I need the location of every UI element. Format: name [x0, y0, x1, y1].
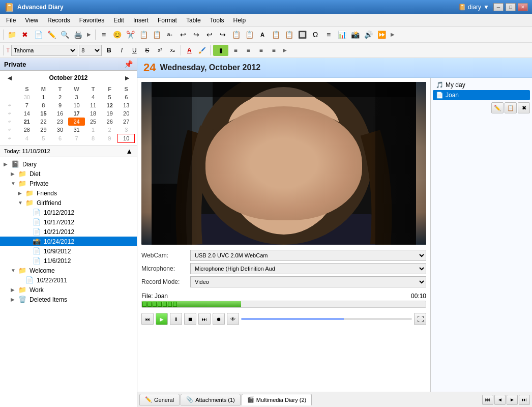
calendar-day[interactable]: 23 [52, 118, 69, 126]
paste-button[interactable]: 📋 [151, 28, 163, 41]
tree-item-diary[interactable]: ▶📓Diary [0, 159, 137, 169]
expand-button[interactable]: ⛶ [414, 313, 426, 325]
tree-toggle-welcome[interactable]: ▼ [11, 268, 17, 273]
delete-record-button[interactable]: ✖ [518, 102, 530, 113]
tree-item-diet[interactable]: ▶📁Diet [0, 169, 137, 179]
italic-button[interactable]: I [116, 45, 127, 56]
calendar-day[interactable]: 9 [52, 101, 69, 109]
font-color-btn[interactable]: A [256, 28, 269, 41]
calendar-day[interactable]: 19 [101, 109, 118, 118]
tree-item-girlfriend[interactable]: ▼📁Girlfriend [0, 198, 137, 208]
indent-button[interactable]: ≡ [268, 45, 279, 56]
calendar-day[interactable]: 27 [118, 118, 135, 126]
calendar-day[interactable]: 1 [35, 93, 52, 101]
omega-btn[interactable]: Ω [309, 28, 321, 41]
calendar-day[interactable]: 4 [85, 93, 102, 101]
edit-record-button[interactable]: ✏️ [491, 102, 504, 113]
emoji-button[interactable]: 😊 [111, 28, 123, 41]
menu-tools[interactable]: Tools [206, 16, 228, 25]
highlight-green-button[interactable]: ▮ [213, 45, 228, 56]
audio-btn[interactable]: 🔊 [362, 28, 374, 41]
calendar-day[interactable]: 21 [19, 118, 36, 126]
align-center-button[interactable]: ≡ [243, 45, 254, 56]
rewind-button[interactable]: ⏮ [141, 313, 154, 325]
calendar-day[interactable]: 4 [19, 134, 36, 143]
copy-record-button[interactable]: 📋 [505, 102, 517, 113]
tree-item-welcome_entry[interactable]: 📄10/22/2011 [0, 275, 137, 285]
redo-button[interactable]: ↪ [190, 28, 202, 41]
calendar-day[interactable]: 30 [19, 93, 36, 101]
menu-insert[interactable]: Insert [129, 16, 153, 25]
search-button[interactable]: 🔍 [58, 28, 71, 41]
calendar-day[interactable]: 29 [35, 126, 52, 134]
calendar-day[interactable]: 3 [68, 93, 85, 101]
sidebar-list-item-1[interactable]: 📄Joan [433, 90, 530, 100]
calendar-day[interactable]: 30 [52, 126, 69, 134]
tree-toggle-friends[interactable]: ▶ [18, 190, 24, 196]
font-color-button[interactable]: A [184, 45, 195, 56]
tab-nav-next[interactable]: ► [507, 395, 518, 405]
calendar-day[interactable]: 18 [85, 109, 102, 118]
menu-view[interactable]: View [21, 16, 42, 25]
calendar-day[interactable]: 7 [68, 134, 85, 143]
tree-toggle-diet[interactable]: ▶ [11, 171, 17, 177]
tree-item-private[interactable]: ▼📁Private [0, 179, 137, 188]
tab-general[interactable]: ✏️ General [139, 394, 180, 405]
tree-item-entry3[interactable]: 📄10/21/2012 [0, 227, 137, 237]
menu-file[interactable]: File [2, 16, 20, 25]
tree-item-work[interactable]: ▶📁Work [0, 285, 137, 295]
microphone-select[interactable]: Microphone (High Definition Aud [190, 263, 426, 274]
calendar-day[interactable]: 2 [101, 126, 118, 134]
tree-toggle-deleted[interactable]: ▶ [11, 297, 17, 302]
calendar-day[interactable]: 5 [35, 134, 52, 143]
calendar-day[interactable]: 8 [85, 134, 102, 143]
menu-favorites[interactable]: Favorites [75, 16, 108, 25]
media-slider[interactable] [241, 318, 412, 320]
calendar-day[interactable]: 1 [85, 126, 102, 134]
toolbar-more-2[interactable]: ▶ [389, 31, 397, 38]
tree-item-friends[interactable]: ▶📁Friends [0, 188, 137, 198]
calendar-day[interactable]: 6 [52, 134, 69, 143]
close-button[interactable]: ✕ [518, 3, 528, 11]
calendar-day[interactable]: 2 [52, 93, 69, 101]
cut-button[interactable]: ✂️ [124, 28, 136, 41]
undo2[interactable]: ↩ [203, 28, 216, 41]
paste2-btn[interactable]: 📋 [243, 28, 255, 41]
align-right-button[interactable]: ≡ [255, 45, 267, 56]
redo2[interactable]: ↪ [217, 28, 229, 41]
tab-nav-first[interactable]: ⏮ [482, 395, 493, 405]
calendar-day[interactable]: 26 [101, 118, 118, 126]
tree-item-deleted[interactable]: ▶🗑️Deleted Items [0, 295, 137, 304]
menu-help[interactable]: Help [229, 16, 250, 25]
clipboard-btn[interactable]: 📋 [230, 28, 242, 41]
calendar-day[interactable]: 6 [118, 93, 135, 101]
underline-button[interactable]: U [129, 45, 140, 56]
calendar-day[interactable]: 8 [35, 101, 52, 109]
calendar-day[interactable]: 13 [118, 101, 135, 109]
image-btn[interactable]: 📋 [270, 28, 282, 41]
maximize-button[interactable]: □ [506, 3, 516, 11]
calendar-day[interactable]: 14 [19, 109, 36, 118]
record-mode-select[interactable]: Video [190, 276, 426, 287]
calendar-day[interactable]: 3 [118, 126, 135, 134]
calendar-next-button[interactable]: ► [122, 74, 133, 82]
collapse-button[interactable]: ▲ [126, 147, 133, 155]
align-left-button[interactable]: ≡ [230, 45, 241, 56]
new-button[interactable]: 📁 [6, 28, 18, 41]
tab-nav-last[interactable]: ⏭ [519, 395, 530, 405]
calendar-day[interactable]: 28 [19, 126, 36, 134]
menu-edit[interactable]: Edit [109, 16, 128, 25]
menu-table[interactable]: Table [182, 16, 205, 25]
tree-item-welcome[interactable]: ▼📁Welcome [0, 266, 137, 275]
tree-item-entry1[interactable]: 📄10/12/2012 [0, 208, 137, 217]
calendar-day[interactable]: 16 [52, 109, 69, 118]
new-entry-button[interactable]: 📄 [32, 28, 44, 41]
menu-records[interactable]: Records [43, 16, 74, 25]
tree-item-entry4[interactable]: 📸10/24/2012 [0, 237, 137, 246]
calendar-prev-button[interactable]: ◄ [4, 74, 15, 82]
pause-button[interactable]: ⏸ [170, 313, 182, 325]
print-button[interactable]: 🖨️ [72, 28, 84, 41]
tree-toggle-girlfriend[interactable]: ▼ [18, 200, 24, 206]
webcam-select[interactable]: USB 2.0 UVC 2.0M WebCam [190, 250, 426, 261]
sidebar-list-item-0[interactable]: 🎵My day [433, 80, 530, 90]
